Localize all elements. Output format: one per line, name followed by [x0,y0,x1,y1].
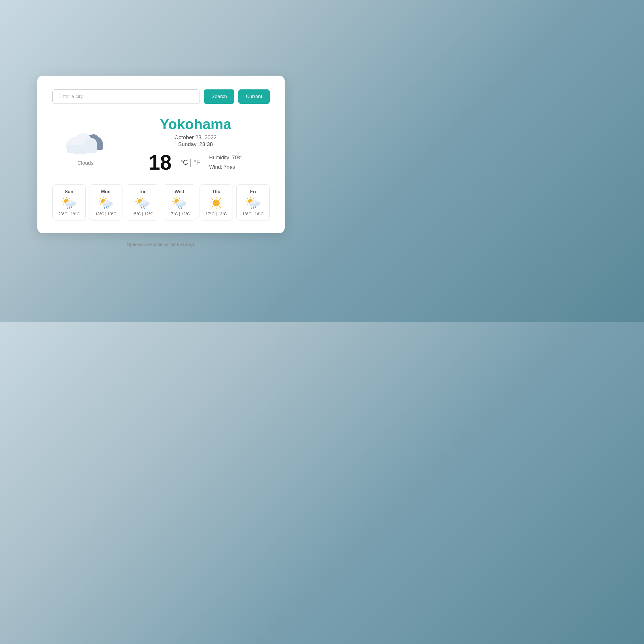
svg-line-14 [64,198,64,199]
svg-line-65 [174,198,175,199]
svg-line-83 [220,206,221,207]
forecast-icon-0 [61,197,77,209]
humidity-value: Humidity: 70% [209,153,242,162]
svg-line-50 [142,198,143,199]
forecast-temps-3: 17°C | 12°C [169,212,190,216]
svg-line-41 [106,207,107,208]
svg-line-85 [212,206,213,207]
footer-text: Open-source code by Irene Tamayo [127,242,195,247]
svg-line-82 [212,198,213,199]
forecast-day-3: Wed [175,189,184,194]
forecast-day-4: Thu [212,189,220,194]
weather-card: Search Current [37,76,285,233]
svg-line-40 [104,207,105,208]
svg-line-75 [180,207,180,208]
unit-separator: | [190,158,192,167]
svg-line-33 [106,198,106,199]
forecast-card-5: Fri 18°C | 16°C [236,184,270,221]
search-row: Search Current [52,89,270,104]
svg-rect-39 [103,204,111,206]
svg-line-94 [248,204,248,204]
svg-point-77 [213,200,220,206]
svg-line-76 [181,207,182,208]
forecast-temps-1: 18°C | 13°C [95,212,116,216]
forecast-day-1: Mon [101,189,111,194]
svg-line-68 [174,204,175,204]
wind-value: Wind: 7m/s [209,162,242,172]
weather-date: October 23, 2022 [175,134,217,141]
current-location-button[interactable]: Current [238,89,270,104]
forecast-card-4: Thu 17°C | 13°C [200,184,233,221]
svg-line-93 [253,198,253,199]
svg-line-84 [220,198,221,199]
svg-line-31 [100,198,101,199]
svg-line-101 [253,207,254,208]
forecast-card-2: Tue 15°C | 12°C [126,184,159,221]
extra-weather-info: Humidity: 70% Wind: 7m/s [209,153,242,172]
temperature-units: °C | °F [180,158,200,167]
svg-line-74 [178,207,179,208]
city-search-input[interactable] [52,89,200,104]
footer: Open-source code by Irene Tamayo [127,242,195,247]
weather-time: Sunday, 23:38 [178,141,213,147]
weather-main: Clouds Yokohama October 23, 2022 Sunday,… [52,116,270,173]
weather-condition-label: Clouds [77,160,93,166]
svg-line-25 [71,207,72,208]
svg-line-67 [179,198,180,199]
forecast-temps-4: 17°C | 13°C [206,212,227,216]
forecast-temps-0: 23°C | 19°C [58,212,80,216]
svg-line-17 [64,204,64,204]
forecast-card-3: Wed 17°C | 12°C [163,184,196,221]
forecast-icon-5 [245,197,261,209]
svg-line-58 [143,207,143,208]
svg-line-34 [100,204,101,204]
city-name: Yokohama [160,116,231,133]
svg-line-102 [255,207,256,208]
forecast-day-5: Fri [250,189,256,194]
svg-rect-22 [66,204,74,206]
forecast-day-0: Sun [65,189,73,194]
svg-rect-8 [67,145,97,153]
svg-line-24 [69,207,70,208]
fahrenheit-unit[interactable]: °F [193,158,200,166]
svg-rect-56 [139,204,148,206]
temperature-value: 18 [149,152,172,173]
forecast-temps-5: 18°C | 16°C [242,212,264,216]
svg-line-91 [248,198,248,199]
celsius-unit[interactable]: °C [180,158,188,166]
svg-line-16 [69,198,69,199]
temperature-row: 18 °C | °F Humidity: 70% Wind: 7m/s [149,152,243,173]
svg-line-57 [141,207,142,208]
svg-line-48 [137,198,138,199]
forecast-icon-2 [135,197,150,209]
forecast-temps-2: 15°C | 12°C [132,212,153,216]
search-button[interactable]: Search [204,89,234,104]
svg-line-23 [68,207,68,208]
svg-line-59 [145,207,145,208]
forecast-icon-3 [172,197,187,209]
svg-rect-99 [250,204,258,206]
forecast-card-0: Sun 23°C | 19°C [52,184,86,221]
weather-icon-section: Clouds [52,122,118,166]
forecast-day-2: Tue [139,189,146,194]
forecast-icon-1 [98,197,114,209]
forecast-card-1: Mon 18°C | 13°C [89,184,122,221]
svg-line-42 [108,207,108,208]
weather-info: Yokohama October 23, 2022 Sunday, 23:38 … [118,116,270,173]
forecast-row: Sun 23°C | 19°C [52,184,270,221]
svg-line-51 [137,204,138,204]
svg-line-100 [252,207,252,208]
weather-condition-icon [60,122,111,157]
svg-rect-73 [176,204,185,206]
forecast-icon-4 [208,197,224,209]
